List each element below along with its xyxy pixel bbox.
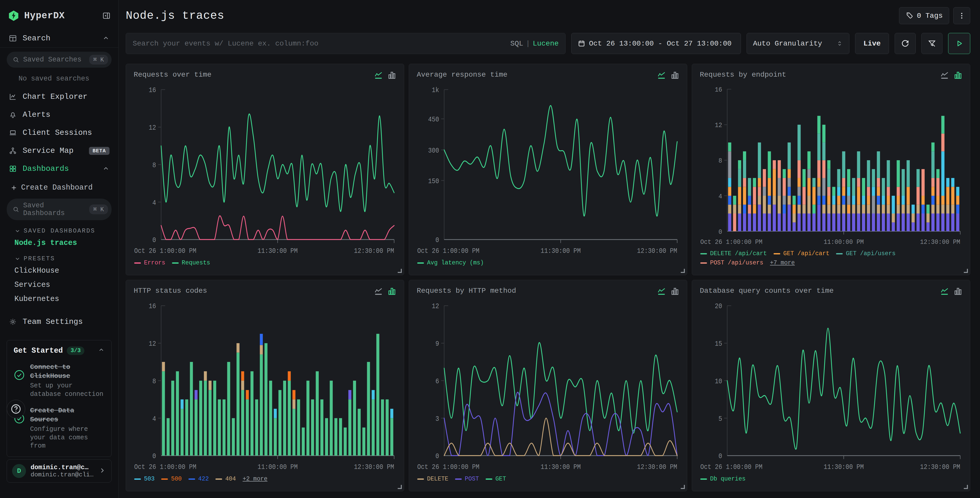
bar-segment [847,214,850,231]
legend-item[interactable]: 404 [215,476,236,482]
legend-item[interactable]: GET /api/users [836,250,896,257]
legend-item[interactable]: POST [455,476,479,482]
line-view-toggle-button[interactable] [374,71,383,80]
saved-dashboards-placeholder: Saved Dashboards [23,202,86,217]
sidebar-item-label: Team Settings [22,318,83,326]
legend-item[interactable]: POST /api/users [700,260,763,266]
bar-view-toggle-button[interactable] [670,287,679,295]
chevron-up-icon[interactable] [98,347,105,355]
legend-item[interactable]: DELETE /api/cart [700,250,767,257]
bar-segment [842,204,845,214]
bar-segment [758,187,761,196]
resize-handle[interactable] [681,269,685,273]
sidebar-item-service-map[interactable]: Service Map BETA [0,142,118,160]
legend-item[interactable]: Requests [172,260,210,266]
date-range-picker[interactable]: Oct 26 13:00:00 - Oct 27 13:00:00 [571,33,741,54]
sidebar-item-chart-explorer[interactable]: Chart Explorer [0,88,118,106]
chart-plot-area[interactable]: 05101520Oct 26 1:00:00 PM11:30:00 PM12:3… [700,298,962,474]
sidebar-collapse-button[interactable] [102,11,111,20]
legend-item[interactable]: GET /api/cart [773,250,829,257]
dashboard-menu-button[interactable] [953,7,970,24]
chart-plot-area[interactable]: 0481216Oct 26 1:00:00 PM11:00:00 PM12:30… [700,81,962,249]
legend-item[interactable]: Avg latency (ms) [417,260,484,266]
run-query-button[interactable] [948,33,970,54]
sidebar-item-client-sessions[interactable]: Client Sessions [0,124,118,142]
saved-searches-input[interactable]: Saved Searches ⌘ K [7,52,111,68]
legend-item[interactable]: Db queries [700,476,746,482]
bar-segment [847,204,850,214]
svg-text:8: 8 [719,157,722,164]
bar-view-toggle-button[interactable] [387,71,396,80]
lucene-option[interactable]: Lucene [533,40,558,48]
legend-item[interactable]: 503 [134,476,154,482]
line-view-toggle-button[interactable] [374,287,383,295]
legend-more-link[interactable]: +2 more [243,476,267,482]
bar-segment [768,204,771,214]
bar-segment [293,390,296,399]
get-started-item-title: Connect to ClickHouse [30,363,105,381]
presets-section-header[interactable]: PRESETS [0,250,118,264]
line-view-toggle-button[interactable] [940,71,949,80]
resize-handle[interactable] [964,269,968,273]
resize-handle[interactable] [964,485,968,489]
legend-label: GET [495,476,506,482]
legend-more-link[interactable]: +7 more [770,260,795,266]
sidebar-preset-clickhouse[interactable]: ClickHouse [0,264,118,278]
legend-item[interactable]: 422 [188,476,209,482]
resize-handle[interactable] [398,485,402,489]
line-view-toggle-button[interactable] [657,287,666,295]
chart-plot-area[interactable]: 01503004501kOct 26 1:00:00 PM11:30:00 PM… [417,81,679,258]
sidebar-dashboard-nodejs-traces[interactable]: Node.js traces [0,236,118,250]
line-view-toggle-button[interactable] [657,71,666,80]
bar-segment [372,399,375,456]
line-view-toggle-button[interactable] [940,287,949,295]
sidebar-item-alerts[interactable]: Alerts [0,106,118,124]
chart-plot-area[interactable]: 036912Oct 26 1:00:00 PM11:30:00 PM12:30:… [417,298,679,474]
filter-button[interactable] [921,33,942,54]
bar-chart-icon [387,71,396,80]
bar-segment [171,381,174,456]
saved-dashboards-section-header[interactable]: SAVED DASHBOARDS [0,222,118,236]
chevron-up-icon [102,35,110,42]
bar-view-toggle-button[interactable] [953,287,962,295]
bar-segment [817,204,820,231]
get-started-item-sources[interactable]: Create Data Sources Configure where your… [14,406,105,450]
get-started-item-connect[interactable]: Connect to ClickHouse Set up your databa… [14,363,105,399]
tags-button[interactable]: 0 Tags [899,7,949,24]
query-language-toggle[interactable]: SQL|Lucene [510,40,558,48]
sidebar-item-search[interactable]: Search [0,29,118,48]
sidebar-item-dashboards[interactable]: Dashboards [0,160,118,178]
sidebar-preset-kubernetes[interactable]: Kubernetes [0,292,118,306]
legend-item[interactable]: GET [486,476,506,482]
svg-text:450: 450 [428,116,439,124]
bar-view-toggle-button[interactable] [670,71,679,80]
bar-segment [931,204,934,214]
sidebar-preset-services[interactable]: Services [0,278,118,292]
legend-item[interactable]: 500 [161,476,181,482]
live-button[interactable]: Live [855,33,889,54]
bar-segment [941,116,944,134]
bar-view-toggle-button[interactable] [387,287,396,295]
bar-segment [386,399,389,456]
refresh-button[interactable] [895,33,916,54]
bar-segment [180,409,183,456]
saved-dashboards-input[interactable]: Saved Dashboards ⌘ K [7,199,111,220]
create-dashboard-button[interactable]: Create Dashboard [0,178,118,195]
sidebar-item-team-settings[interactable]: Team Settings [0,313,118,331]
user-menu[interactable]: D dominic.tran@c… dominic.tran@cli… [7,460,111,482]
chart-plot-area[interactable]: 0481216Oct 26 1:00:00 PM11:30:00 PM12:30… [134,81,396,258]
bar-view-toggle-button[interactable] [953,71,962,80]
granularity-select[interactable]: Auto Granularity [746,33,850,54]
legend-item[interactable]: DELETE [417,476,449,482]
bar-segment [339,418,342,456]
help-button[interactable] [7,400,25,418]
legend-item[interactable]: Errors [134,260,165,266]
event-search-input[interactable]: Search your events w/ Lucene ex. column:… [126,33,566,54]
bar-segment [246,390,249,399]
bar-segment [936,196,939,205]
chart-plot-area[interactable]: 0481216Oct 26 1:00:00 PM11:00:00 PM12:30… [134,298,396,474]
resize-handle[interactable] [398,269,402,273]
resize-handle[interactable] [681,485,685,489]
bar-segment [797,160,800,178]
sql-option[interactable]: SQL [510,40,523,48]
